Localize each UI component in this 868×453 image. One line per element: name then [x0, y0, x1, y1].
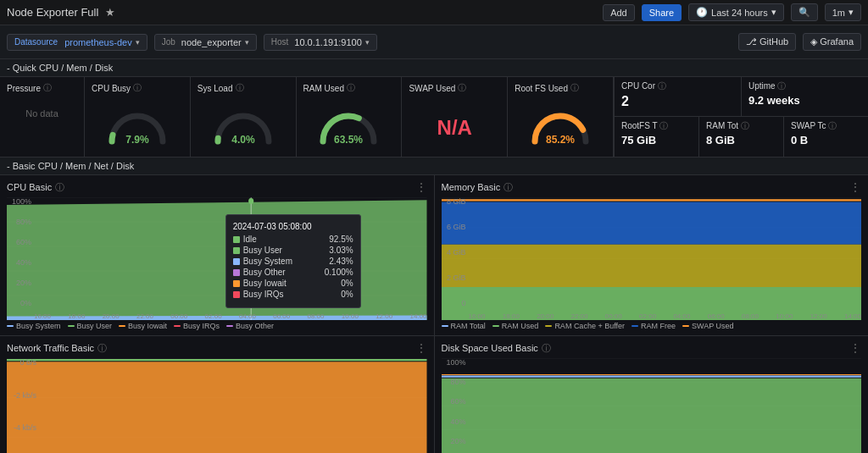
- quick-stats-row: Pressure ⓘ No data CPU Busy ⓘ 7.9% Sys L…: [0, 77, 868, 157]
- rootfs-total-label: RootFS T ⓘ: [621, 120, 692, 132]
- interval-label: 1m: [832, 8, 845, 18]
- top-bar-right: Add Share 🕐 Last 24 hours ▾ 🔍 1m ▾: [603, 3, 861, 21]
- toolbar-right: ⎇ GitHub ◈ Grafana: [738, 33, 861, 51]
- info-icon3: ⓘ: [236, 82, 244, 94]
- interval-picker[interactable]: 1m ▾: [825, 3, 861, 21]
- bottom-right-stats: RootFS T ⓘ 75 GiB RAM Tot ⓘ 8 GiB SWAP T…: [615, 117, 868, 157]
- job-selector[interactable]: Job node_exporter ▾: [154, 34, 257, 51]
- datasource-label: Datasource: [14, 37, 58, 47]
- mem-x-axis: 16:0018:0020:0022:0000:0002:0004:0006:00…: [469, 312, 862, 320]
- uptime-stat: Uptime ⓘ 9.2 weeks: [742, 77, 868, 116]
- star-icon[interactable]: ★: [105, 6, 115, 19]
- ram-used-gauge: 63.5%: [303, 96, 395, 152]
- share-button[interactable]: Share: [642, 4, 682, 21]
- github-button[interactable]: ⎇ GitHub: [738, 33, 796, 51]
- ram-used-cell: RAM Used ⓘ 63.5%: [297, 77, 403, 157]
- host-selector[interactable]: Host 10.0.1.191:9100 ▾: [264, 34, 377, 51]
- github-icon: ⎇: [746, 36, 760, 47]
- ram-total-stat: RAM Tot ⓘ 8 GiB: [699, 117, 784, 157]
- info-icon7: ⓘ: [658, 81, 666, 91]
- disk-y-axis: 100%80%60%40%20%0%: [442, 358, 469, 453]
- svg-marker-21: [442, 245, 862, 287]
- root-fs-cell: Root FS Used ⓘ 85.2%: [508, 77, 614, 157]
- sys-load-cell: Sys Load ⓘ 4.0%: [191, 77, 297, 157]
- svg-text:4.0%: 4.0%: [231, 134, 255, 146]
- uptime-value: 9.2 weeks: [748, 94, 861, 107]
- swap-total-value: 0 B: [791, 134, 861, 146]
- tooltip-idle: Idle 92.5%: [233, 235, 353, 244]
- svg-text:7.9%: 7.9%: [125, 134, 149, 146]
- app-title: Node Exporter Full: [7, 6, 98, 19]
- disk-panel: Disk Space Used Basic ⓘ ⋮ 100%80%60%40%2…: [435, 336, 869, 453]
- cpu-menu-dots[interactable]: ⋮: [415, 180, 427, 194]
- svg-marker-35: [442, 378, 862, 453]
- cpu-x-axis: 16:0018:0020:0022:0000:0002:0004:0006:00…: [34, 312, 427, 320]
- disk-menu-dots[interactable]: ⋮: [849, 341, 861, 355]
- toolbar: Datasource prometheus-dev ▾ Job node_exp…: [0, 25, 868, 59]
- tooltip-busy-user: Busy User 3.03%: [233, 246, 353, 255]
- tooltip-busy-other: Busy Other 0.100%: [233, 268, 353, 277]
- info-icon-net: ⓘ: [97, 342, 107, 355]
- root-fs-label: Root FS Used ⓘ: [515, 82, 606, 94]
- svg-text:63.5%: 63.5%: [334, 134, 363, 146]
- info-icon: ⓘ: [43, 82, 52, 94]
- svg-text:85.2%: 85.2%: [546, 134, 575, 146]
- host-label: Host: [271, 37, 289, 47]
- add-button[interactable]: Add: [603, 4, 635, 21]
- info-icon4: ⓘ: [347, 82, 355, 94]
- grafana-button[interactable]: ◈ Grafana: [803, 33, 861, 51]
- svg-marker-28: [7, 362, 427, 453]
- mem-y-axis: 8 GiB6 GiB4 GiB2 GiB0: [442, 197, 469, 307]
- network-panel: Network Traffic Basic ⓘ ⋮ 0 b/s-2 kb/s-4…: [0, 336, 435, 453]
- host-value: 10.0.1.191:9100: [294, 37, 362, 47]
- disk-title: Disk Space Used Basic ⓘ ⋮: [442, 341, 862, 355]
- info-icon-mem: ⓘ: [504, 181, 513, 194]
- sys-load-gauge: 4.0%: [198, 96, 289, 152]
- ram-total-value: 8 GiB: [706, 134, 776, 146]
- tooltip-time: 2024-07-03 05:08:00: [233, 222, 353, 231]
- sys-load-label: Sys Load ⓘ: [198, 82, 289, 94]
- tooltip-busy-irqs: Busy IRQs 0%: [233, 290, 353, 299]
- info-icon11: ⓘ: [828, 121, 837, 130]
- quick-section-header: - Quick CPU / Mem / Disk: [0, 59, 868, 77]
- time-range-label: Last 24 hours: [711, 8, 768, 18]
- cpu-basic-title: CPU Basic ⓘ ⋮: [7, 180, 427, 194]
- info-icon-disk: ⓘ: [542, 342, 551, 355]
- host-arrow: ▾: [365, 38, 370, 47]
- pressure-label: Pressure ⓘ: [7, 82, 77, 94]
- datasource-selector[interactable]: Datasource prometheus-dev ▾: [7, 34, 147, 51]
- cpu-cores-value: 2: [621, 94, 734, 109]
- top-bar-left: Node Exporter Full ★: [7, 6, 115, 19]
- swap-used-cell: SWAP Used ⓘ N/A: [402, 77, 508, 157]
- cpu-cores-label: CPU Cor ⓘ: [621, 80, 734, 92]
- net-menu-dots[interactable]: ⋮: [415, 341, 427, 355]
- top-bar: Node Exporter Full ★ Add Share 🕐 Last 24…: [0, 0, 868, 25]
- basic-row: CPU Basic ⓘ ⋮: [0, 175, 868, 336]
- chevron-down-icon: ▾: [771, 7, 776, 18]
- job-value: node_exporter: [181, 37, 242, 47]
- swap-total-label: SWAP Tc ⓘ: [791, 120, 861, 132]
- svg-point-13: [248, 198, 253, 204]
- cpu-y-axis: 100%80%60%40%20%0%: [7, 197, 34, 307]
- mem-menu-dots[interactable]: ⋮: [849, 180, 861, 194]
- root-fs-gauge: 85.2%: [515, 96, 606, 152]
- job-label: Job: [162, 37, 175, 47]
- datasource-value: prometheus-dev: [64, 37, 132, 47]
- network-title: Network Traffic Basic ⓘ ⋮: [7, 341, 427, 355]
- swap-gauge: N/A: [409, 96, 500, 152]
- info-icon10: ⓘ: [741, 121, 749, 130]
- clock-icon: 🕐: [696, 7, 708, 18]
- zoom-out-button[interactable]: 🔍: [791, 3, 818, 21]
- cpu-basic-panel: CPU Basic ⓘ ⋮: [0, 175, 435, 335]
- ram-total-label: RAM Tot ⓘ: [706, 120, 776, 132]
- time-range-picker[interactable]: 🕐 Last 24 hours ▾: [688, 3, 784, 21]
- basic-section-header: - Basic CPU / Mem / Net / Disk: [0, 157, 868, 175]
- cpu-chart-body: 100%80%60%40%20%0% 16:0018:0020:0022:000…: [7, 197, 427, 320]
- memory-legend: RAM Total RAM Used RAM Cache + Buffer RA…: [442, 322, 862, 330]
- info-icon8: ⓘ: [777, 81, 786, 91]
- cpu-busy-cell: CPU Busy ⓘ 7.9%: [85, 77, 191, 157]
- tooltip-busy-iowait: Busy Iowait 0%: [233, 279, 353, 288]
- chevron-down-icon2: ▾: [849, 7, 854, 18]
- datasource-arrow: ▾: [136, 38, 140, 47]
- cpu-legend: Busy System Busy User Busy Iowait Busy I…: [7, 322, 427, 330]
